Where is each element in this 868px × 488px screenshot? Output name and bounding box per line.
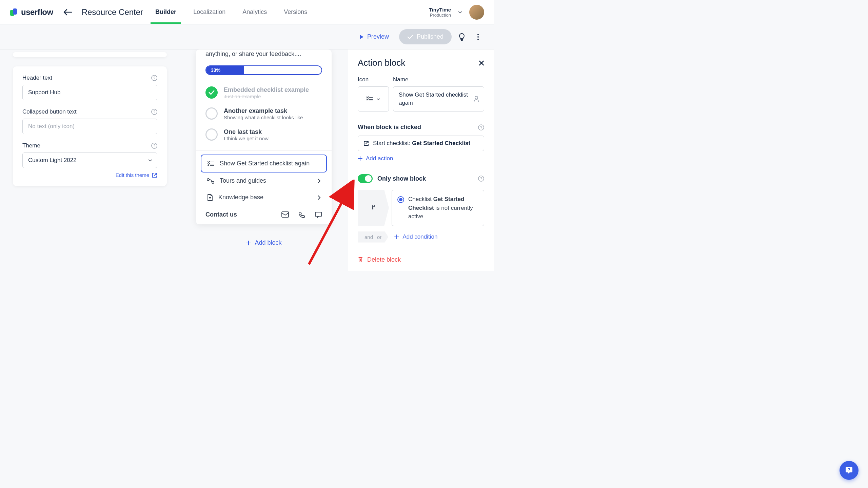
checklist-item[interactable]: One last task I think we get it now	[205, 124, 322, 145]
plus-icon	[394, 235, 399, 239]
tab-localization[interactable]: Localization	[193, 0, 225, 24]
left-panel: Header text ? Collapsed button text ? Th…	[0, 49, 180, 271]
delete-block-button[interactable]: Delete block	[358, 256, 484, 263]
preview-label: Preview	[367, 33, 389, 40]
check-circle-done-icon	[205, 86, 218, 99]
svg-text:?: ?	[153, 76, 155, 80]
svg-text:?: ?	[153, 110, 155, 114]
close-icon	[479, 60, 484, 66]
add-condition-label: Add condition	[402, 233, 437, 240]
chevron-down-icon	[376, 98, 380, 100]
help-icon[interactable]: ?	[478, 124, 484, 130]
and-or-selector[interactable]: andor	[358, 231, 388, 243]
plus-icon	[358, 156, 362, 161]
published-button[interactable]: Published	[399, 29, 452, 44]
checklist-item-title: Another example task	[224, 107, 322, 115]
list-check-icon	[366, 96, 373, 102]
svg-point-3	[477, 36, 479, 38]
user-icon[interactable]	[473, 96, 479, 102]
logo-icon	[9, 7, 20, 17]
svg-point-11	[207, 179, 209, 181]
only-show-toggle[interactable]	[358, 174, 373, 183]
svg-rect-13	[282, 212, 289, 217]
help-icon[interactable]: ?	[151, 75, 157, 81]
resource-center-widget: anything, or share your feedback.... 33%…	[196, 49, 332, 224]
icon-select[interactable]	[358, 86, 389, 111]
add-action-button[interactable]: Add action	[358, 155, 484, 162]
svg-text:?: ?	[480, 125, 482, 129]
edit-theme-label: Edit this theme	[116, 172, 149, 178]
collapsed-text-input[interactable]	[22, 119, 157, 134]
action-block-tours[interactable]: Tours and guides	[201, 172, 327, 189]
action-item[interactable]: Start checklist: Get Started Checklist	[358, 136, 484, 151]
checklist-item-title: One last task	[224, 128, 322, 136]
condition-content[interactable]: Checklist Get Started Checklist is not c…	[392, 190, 484, 226]
page-title: Resource Center	[82, 7, 143, 17]
svg-point-4	[477, 39, 479, 40]
route-icon	[207, 178, 214, 184]
checklist-item-sub: I think we get it now	[224, 136, 322, 141]
name-field-label: Name	[393, 76, 484, 83]
svg-point-12	[212, 181, 214, 183]
header-text-input[interactable]	[22, 85, 157, 100]
action-block-label: Show Get Started checklist again	[220, 160, 310, 167]
help-icon[interactable]: ?	[478, 176, 484, 182]
back-button[interactable]	[63, 9, 72, 16]
widget-intro: anything, or share your feedback....	[196, 49, 332, 65]
center-preview: anything, or share your feedback.... 33%…	[180, 49, 348, 271]
avatar[interactable]	[469, 5, 484, 20]
checklist-item-sub: Showing what a checklist looks like	[224, 115, 322, 120]
workspace-selector[interactable]: TinyTime Production	[429, 7, 451, 18]
workspace-name: TinyTime	[429, 7, 451, 13]
close-button[interactable]	[479, 60, 484, 66]
action-block-knowledge[interactable]: Knowledge base	[201, 189, 327, 206]
action-block-label: Tours and guides	[220, 177, 266, 184]
more-button[interactable]	[472, 31, 484, 43]
contact-label: Contact us	[205, 211, 237, 218]
contact-row: Contact us	[196, 206, 332, 218]
trash-icon	[358, 257, 363, 263]
icon-field-label: Icon	[358, 76, 389, 83]
nav-tabs: Builder Localization Analytics Versions	[155, 0, 307, 24]
hint-button[interactable]	[456, 31, 468, 43]
right-panel: Action block Icon Name Show Get Started …	[348, 49, 494, 271]
condition-row: If Checklist Get Started Checklist is no…	[358, 190, 484, 226]
workspace-env: Production	[429, 13, 451, 18]
progress-bar: 33%	[205, 65, 322, 75]
svg-point-2	[477, 34, 479, 35]
list-check-icon	[208, 161, 214, 166]
checklist-item[interactable]: Another example task Showing what a chec…	[205, 103, 322, 124]
checklist-item[interactable]: Embedded checklist example Just an examp…	[205, 82, 322, 103]
mail-icon[interactable]	[281, 211, 289, 218]
name-input[interactable]: Show Get Started checklist again	[393, 86, 484, 111]
delete-block-label: Delete block	[367, 256, 401, 263]
external-link-icon	[363, 141, 369, 146]
logo[interactable]: userflow	[9, 7, 53, 17]
add-block-button[interactable]: Add block	[246, 239, 281, 246]
if-tag: If	[358, 190, 389, 226]
phone-icon[interactable]	[298, 211, 305, 218]
action-block-show-checklist[interactable]: Show Get Started checklist again	[201, 155, 327, 172]
preview-button[interactable]: Preview	[353, 30, 395, 44]
tab-versions[interactable]: Versions	[284, 0, 307, 24]
chat-icon[interactable]	[315, 211, 322, 218]
help-icon[interactable]: ?	[151, 109, 157, 115]
tab-builder[interactable]: Builder	[155, 0, 176, 24]
help-icon[interactable]: ?	[151, 143, 157, 149]
sub-toolbar: Preview Published	[0, 24, 494, 49]
when-clicked-label: When block is clicked	[358, 124, 421, 131]
theme-select[interactable]: Custom Light 2022	[22, 152, 157, 168]
external-link-icon	[152, 172, 157, 178]
svg-text:?: ?	[153, 144, 155, 148]
chevron-right-icon	[317, 195, 321, 200]
arrow-left-icon	[63, 9, 72, 16]
edit-theme-link[interactable]: Edit this theme	[22, 172, 157, 178]
action-block-label: Knowledge base	[218, 194, 263, 201]
settings-card: Header text ? Collapsed button text ? Th…	[13, 66, 167, 186]
tab-analytics[interactable]: Analytics	[242, 0, 267, 24]
chevron-down-icon[interactable]	[458, 11, 462, 14]
check-circle-icon	[205, 128, 218, 141]
add-condition-button[interactable]: Add condition	[394, 233, 437, 240]
plus-icon	[246, 240, 251, 246]
svg-text:?: ?	[480, 177, 482, 181]
